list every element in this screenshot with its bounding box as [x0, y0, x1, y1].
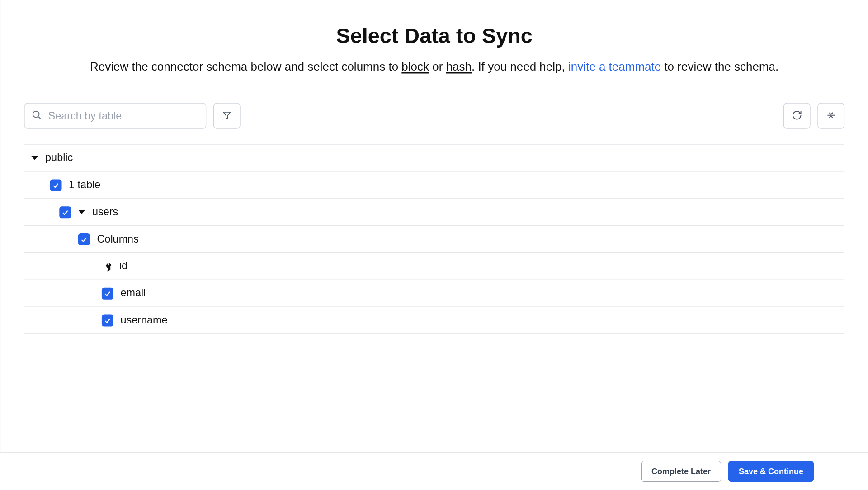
- collapse-button[interactable]: [817, 103, 844, 128]
- table-count-row[interactable]: 1 table: [24, 172, 844, 199]
- table-name-label: users: [92, 206, 118, 218]
- page-title: Select Data to Sync: [24, 24, 844, 48]
- complete-later-button[interactable]: Complete Later: [641, 461, 721, 482]
- footer-bar: Complete Later Save & Continue: [0, 452, 868, 490]
- subtitle-text-post: to review the schema.: [661, 60, 778, 73]
- column-row-id[interactable]: id: [24, 253, 844, 280]
- refresh-button[interactable]: [783, 103, 811, 128]
- columns-header-row[interactable]: Columns: [24, 226, 844, 253]
- filter-icon: [222, 110, 231, 122]
- svg-marker-2: [223, 112, 231, 118]
- column-id-label: id: [119, 260, 127, 272]
- collapse-icon: [826, 109, 836, 122]
- table-checkbox[interactable]: [59, 206, 71, 218]
- column-email-label: email: [121, 287, 146, 299]
- schema-tree: public 1 table users Columns: [24, 144, 844, 334]
- caret-down-icon[interactable]: [31, 156, 38, 160]
- filter-button[interactable]: [213, 103, 241, 128]
- columns-label: Columns: [97, 233, 138, 245]
- block-link[interactable]: block: [401, 60, 429, 73]
- column-username-checkbox[interactable]: [102, 314, 113, 326]
- columns-checkbox[interactable]: [78, 233, 90, 245]
- column-username-label: username: [121, 314, 168, 326]
- column-email-checkbox[interactable]: [102, 287, 113, 299]
- search-input[interactable]: [24, 103, 206, 128]
- table-count-checkbox[interactable]: [50, 179, 61, 191]
- invite-teammate-link[interactable]: invite a teammate: [568, 60, 661, 73]
- table-row[interactable]: users: [24, 199, 844, 226]
- page-subtitle: Review the connector schema below and se…: [24, 60, 844, 74]
- table-count-label: 1 table: [69, 179, 100, 191]
- schema-name-label: public: [45, 152, 73, 164]
- schema-row[interactable]: public: [24, 145, 844, 172]
- subtitle-text-mid: . If you need help,: [472, 60, 568, 73]
- subtitle-text-pre: Review the connector schema below and se…: [90, 60, 401, 73]
- hash-link[interactable]: hash: [446, 60, 472, 73]
- key-icon: [102, 261, 112, 271]
- subtitle-text-or: or: [429, 60, 446, 73]
- column-row-email[interactable]: email: [24, 280, 844, 307]
- column-row-username[interactable]: username: [24, 307, 844, 334]
- caret-down-icon[interactable]: [78, 210, 85, 214]
- save-continue-button[interactable]: Save & Continue: [728, 461, 814, 482]
- refresh-icon: [792, 109, 802, 122]
